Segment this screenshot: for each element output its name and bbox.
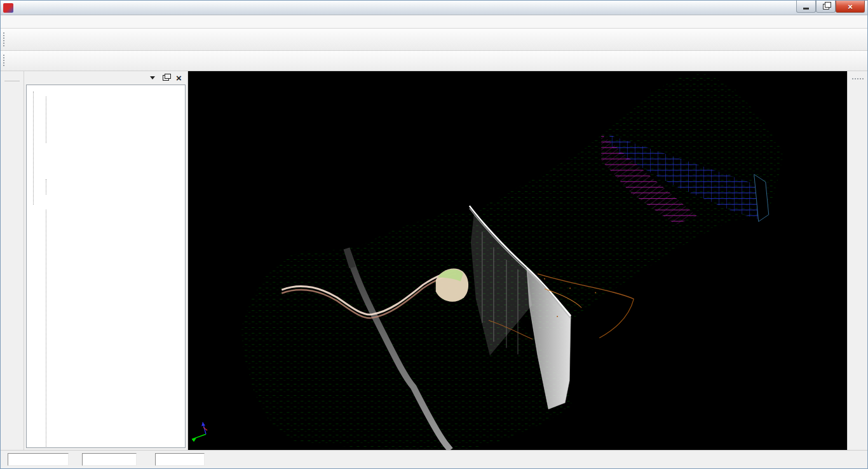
close-button[interactable]: × [836, 1, 865, 13]
panel-header: × [24, 71, 187, 85]
main-toolbar [1, 29, 867, 51]
right-toolbar [847, 71, 867, 450]
restore-icon [823, 4, 829, 10]
left-dock [1, 71, 24, 450]
toolbar-grip[interactable] [851, 78, 864, 81]
float-window-icon [163, 75, 169, 81]
toolbar-grip[interactable] [3, 54, 6, 68]
minimize-icon [803, 8, 809, 10]
toolbar-grip[interactable] [3, 32, 6, 47]
y-coordinate-value [82, 453, 137, 466]
title-bar: × [1, 1, 867, 15]
tree-connector [46, 210, 46, 448]
tree-view [26, 85, 186, 448]
chevron-down-icon [150, 76, 155, 79]
panel-close-button[interactable]: × [174, 73, 184, 83]
main-area: × [1, 71, 867, 450]
elevation-value [155, 453, 205, 466]
close-icon: × [176, 73, 182, 83]
data-manager-panel: × [24, 71, 188, 450]
x-coordinate-value [8, 453, 69, 466]
view-toolbar [1, 51, 867, 71]
separator [4, 81, 20, 81]
3d-viewport[interactable] [188, 71, 847, 450]
panel-float-button[interactable] [161, 73, 170, 83]
menu-bar [1, 15, 867, 29]
tree-connector [33, 92, 34, 205]
window-controls: × [796, 1, 865, 13]
tree-connector [46, 97, 46, 143]
close-icon: × [848, 2, 853, 11]
app-icon [3, 3, 13, 13]
status-bar [1, 450, 867, 468]
panel-menu-button[interactable] [147, 73, 157, 83]
3d-scene [188, 71, 847, 450]
restore-button[interactable] [816, 1, 836, 13]
application-window: × × [0, 0, 868, 469]
tree-connector [46, 179, 46, 194]
minimize-button[interactable] [796, 1, 816, 13]
